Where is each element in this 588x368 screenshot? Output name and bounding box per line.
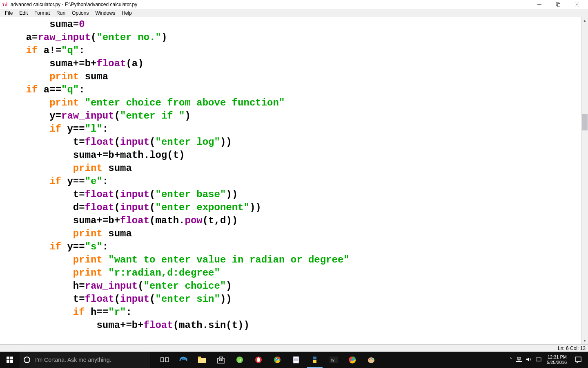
file-explorer-app-icon[interactable] (193, 352, 212, 368)
chrome-app-icon[interactable] (268, 352, 287, 368)
taskbar-apps: µ py (155, 352, 381, 368)
svg-rect-40 (575, 357, 581, 361)
taskbar-clock[interactable]: 12:31 PM 5/25/2016 (543, 355, 570, 365)
menu-help[interactable]: Help (118, 9, 135, 17)
statusbar: Ln: 6 Col: 13 (0, 344, 588, 352)
clock-time: 12:31 PM (547, 355, 567, 360)
svg-rect-6 (10, 357, 13, 359)
app-icon: Tk (2, 1, 8, 8)
editor-area: suma=0 a=raw_input("enter no.") if a!="q… (0, 17, 588, 344)
start-button[interactable] (0, 352, 20, 368)
svg-rect-35 (516, 361, 522, 362)
chrome2-app-icon[interactable] (343, 352, 362, 368)
menu-format[interactable]: Format (31, 9, 53, 17)
opera-app-icon[interactable] (249, 352, 268, 368)
menubar: File Edit Format Run Options Windows Hel… (0, 9, 588, 17)
svg-point-33 (371, 358, 372, 359)
network-icon[interactable] (514, 357, 524, 364)
utorrent-app-icon[interactable]: µ (230, 352, 249, 368)
input-icon[interactable] (534, 357, 543, 364)
paint-app-icon[interactable] (362, 352, 381, 368)
system-tray: ˄ 12:31 PM 5/25/2016 (506, 352, 588, 368)
menu-windows[interactable]: Windows (92, 9, 118, 17)
svg-rect-5 (7, 357, 9, 359)
svg-rect-10 (165, 358, 169, 362)
scroll-up-arrow-icon[interactable]: ▲ (581, 17, 588, 24)
maximize-button[interactable] (549, 0, 568, 9)
menu-file[interactable]: File (2, 9, 16, 17)
svg-rect-23 (293, 357, 299, 363)
scroll-down-arrow-icon[interactable]: ▼ (581, 337, 588, 344)
taskbar: I'm Cortana. Ask me anything. µ (0, 352, 588, 368)
titlebar: Tk advanced calculator.py - E:\Python\ad… (0, 0, 588, 9)
svg-rect-14 (219, 359, 220, 361)
svg-rect-8 (10, 360, 13, 363)
svg-rect-7 (7, 360, 9, 363)
svg-rect-2 (557, 4, 560, 7)
window-title: advanced calculator.py - E:\Python\advan… (11, 2, 137, 7)
minimize-button[interactable] (530, 0, 549, 9)
code-editor[interactable]: suma=0 a=raw_input("enter no.") if a!="q… (0, 17, 581, 344)
edge-app-icon[interactable] (174, 352, 193, 368)
svg-rect-9 (160, 358, 164, 362)
svg-rect-39 (536, 358, 541, 361)
task-view-button[interactable] (155, 352, 174, 368)
svg-marker-38 (526, 357, 529, 361)
vertical-scrollbar[interactable]: ▲ ▼ (581, 17, 588, 344)
svg-text:py: py (331, 358, 334, 362)
svg-rect-12 (198, 357, 201, 359)
volume-icon[interactable] (524, 357, 534, 364)
svg-rect-13 (218, 358, 224, 363)
svg-point-19 (257, 357, 260, 362)
close-button[interactable] (568, 0, 586, 9)
menu-options[interactable]: Options (69, 9, 92, 17)
python-idle-app-icon[interactable] (305, 352, 324, 368)
cortana-icon (24, 357, 30, 363)
store-app-icon[interactable] (212, 352, 230, 368)
svg-rect-15 (221, 359, 223, 361)
svg-point-34 (372, 359, 374, 360)
menu-edit[interactable]: Edit (16, 9, 31, 17)
menu-run[interactable]: Run (53, 9, 69, 17)
cmd-app-icon[interactable]: py (324, 352, 343, 368)
svg-point-30 (351, 359, 354, 361)
scrollbar-track[interactable] (581, 24, 588, 337)
search-placeholder: I'm Cortana. Ask me anything. (35, 357, 111, 363)
cursor-position: Ln: 6 Col: 13 (558, 346, 586, 351)
tray-chevron-icon[interactable]: ˄ (508, 357, 514, 363)
clock-date: 5/25/2016 (547, 360, 567, 365)
cortana-search[interactable]: I'm Cortana. Ask me anything. (20, 352, 150, 368)
notifications-button[interactable] (570, 352, 586, 368)
svg-text:µ: µ (238, 358, 241, 362)
svg-point-32 (369, 359, 370, 360)
notepad-app-icon[interactable] (287, 352, 305, 368)
scrollbar-thumb[interactable] (582, 114, 588, 130)
